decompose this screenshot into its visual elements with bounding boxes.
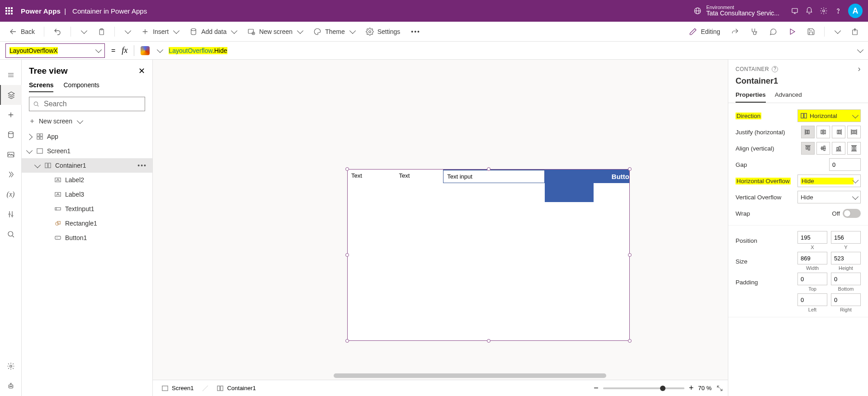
- justify-center-button[interactable]: [816, 126, 830, 138]
- rail-media[interactable]: [0, 145, 22, 165]
- close-panel-icon[interactable]: ✕: [138, 66, 145, 76]
- resize-handle[interactable]: [628, 167, 632, 171]
- prop-pad-right-input[interactable]: [831, 293, 861, 306]
- app-launcher-icon[interactable]: [5, 6, 14, 15]
- prop-height-input[interactable]: [831, 252, 861, 264]
- settings-gear-icon[interactable]: [816, 7, 831, 15]
- rail-hamburger[interactable]: [0, 65, 22, 85]
- insert-button[interactable]: Insert: [137, 25, 183, 38]
- rail-virtual-agent[interactable]: [0, 376, 22, 396]
- prop-wrap-toggle[interactable]: [843, 209, 861, 218]
- tree-item-container1[interactable]: Container1•••: [22, 158, 152, 173]
- rail-variables[interactable]: (x): [0, 184, 22, 204]
- new-screen-button[interactable]: New screen: [243, 25, 307, 38]
- comments-button[interactable]: [764, 25, 782, 38]
- tab-advanced[interactable]: Advanced: [775, 91, 802, 103]
- environment-picker[interactable]: Environment Tata Consultancy Servic...: [693, 5, 779, 17]
- undo-button[interactable]: [49, 25, 66, 38]
- rail-insert[interactable]: [0, 105, 22, 125]
- prop-h-overflow-select[interactable]: Hide: [797, 174, 861, 187]
- tree-item-screen1[interactable]: Screen1: [22, 144, 152, 158]
- canvas-rectangle[interactable]: [545, 170, 594, 202]
- rail-tools[interactable]: [0, 204, 22, 224]
- rail-search[interactable]: [0, 224, 22, 244]
- tree-search[interactable]: Search: [29, 97, 145, 111]
- back-button[interactable]: Back: [5, 25, 39, 38]
- editing-mode-button[interactable]: Editing: [684, 25, 725, 38]
- tree-item-button1[interactable]: Button1: [22, 231, 152, 245]
- more-button[interactable]: •••: [406, 25, 425, 38]
- tree-item-more[interactable]: •••: [137, 162, 147, 169]
- control-name[interactable]: Container1: [728, 75, 868, 90]
- breadcrumb-container[interactable]: Container1: [212, 383, 260, 393]
- canvas-label2[interactable]: Text: [348, 170, 396, 183]
- paste-dropdown[interactable]: [119, 27, 135, 36]
- tab-screens[interactable]: Screens: [29, 81, 53, 92]
- resize-handle[interactable]: [345, 253, 349, 257]
- prop-pad-top-input[interactable]: [797, 273, 827, 285]
- zoom-in-button[interactable]: +: [689, 383, 694, 393]
- monitor-icon[interactable]: [788, 7, 802, 15]
- align-top-button[interactable]: [801, 142, 815, 155]
- selected-container[interactable]: Text Text Text input Butto: [347, 169, 630, 341]
- align-stretch-button[interactable]: [847, 142, 861, 155]
- tab-components[interactable]: Components: [63, 81, 99, 92]
- canvas-button[interactable]: Butto: [594, 170, 629, 183]
- resize-handle[interactable]: [628, 339, 632, 343]
- resize-handle[interactable]: [628, 253, 632, 257]
- resize-handle[interactable]: [487, 167, 491, 171]
- tree-item-textinput1[interactable]: TextInput1: [22, 202, 152, 216]
- prop-y-input[interactable]: [831, 231, 861, 244]
- theme-button[interactable]: Theme: [309, 25, 359, 38]
- zoom-slider[interactable]: [603, 387, 684, 389]
- save-button[interactable]: [802, 25, 820, 38]
- tree-item-label2[interactable]: Label2: [22, 173, 152, 187]
- rail-settings[interactable]: [0, 356, 22, 376]
- prop-width-input[interactable]: [797, 252, 827, 264]
- publish-button[interactable]: [846, 25, 863, 38]
- property-selector[interactable]: LayoutOverflowX: [5, 43, 105, 58]
- tree-item-label3[interactable]: Label3: [22, 187, 152, 202]
- justify-start-button[interactable]: [801, 126, 815, 138]
- prop-pad-bottom-input[interactable]: [831, 273, 861, 285]
- resize-handle[interactable]: [487, 339, 491, 343]
- align-bottom-button[interactable]: [832, 142, 845, 155]
- tree-item-rectangle1[interactable]: Rectangle1: [22, 216, 152, 231]
- undo-dropdown[interactable]: [75, 27, 91, 36]
- tree-item-app[interactable]: App: [22, 129, 152, 144]
- user-avatar[interactable]: A: [848, 4, 863, 18]
- settings-button[interactable]: Settings: [361, 25, 405, 38]
- rail-flows[interactable]: [0, 165, 22, 184]
- zoom-out-button[interactable]: −: [594, 383, 599, 393]
- chevron-down-icon[interactable]: [157, 47, 163, 53]
- prop-v-overflow-select[interactable]: Hide: [797, 191, 861, 203]
- help-icon[interactable]: ?: [772, 66, 778, 72]
- canvas-label3[interactable]: Text: [396, 170, 443, 183]
- tree-new-screen[interactable]: New screen: [29, 118, 145, 125]
- prop-pad-left-input[interactable]: [797, 293, 827, 306]
- save-dropdown[interactable]: [829, 27, 844, 36]
- canvas-h-scrollbar[interactable]: [334, 373, 723, 379]
- fit-screen-icon[interactable]: [716, 385, 723, 392]
- prop-x-input[interactable]: [797, 231, 827, 244]
- prop-gap-input[interactable]: [829, 158, 861, 171]
- prop-direction-select[interactable]: Horizontal: [797, 109, 861, 122]
- breadcrumb-screen[interactable]: Screen1: [157, 383, 198, 393]
- paste-button[interactable]: [93, 25, 110, 38]
- help-icon[interactable]: [831, 7, 845, 15]
- justify-between-button[interactable]: [847, 126, 861, 138]
- preview-button[interactable]: [783, 25, 801, 38]
- resize-handle[interactable]: [345, 339, 349, 343]
- copilot-icon[interactable]: [141, 46, 150, 55]
- formula-bar[interactable]: LayoutOverflow.Hide: [169, 47, 227, 54]
- panel-collapse-icon[interactable]: ›: [858, 64, 861, 74]
- rail-data[interactable]: [0, 125, 22, 145]
- justify-end-button[interactable]: [832, 126, 845, 138]
- tab-properties[interactable]: Properties: [736, 91, 766, 103]
- canvas-textinput[interactable]: Text input: [443, 170, 545, 183]
- rail-treeview[interactable]: [0, 85, 22, 105]
- design-canvas[interactable]: Text Text Text input Butto: [153, 60, 728, 380]
- bell-icon[interactable]: [802, 7, 816, 15]
- checker-button[interactable]: [745, 25, 763, 38]
- formula-expand-icon[interactable]: [857, 47, 863, 53]
